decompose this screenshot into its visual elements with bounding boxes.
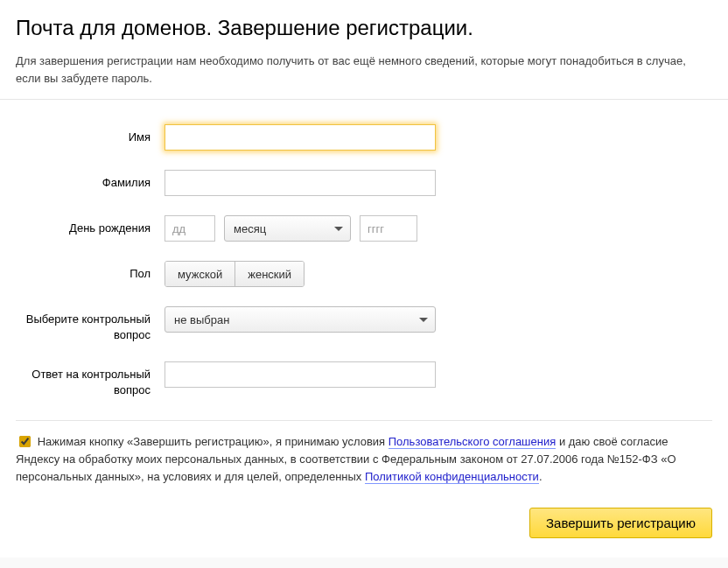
- first-name-label: Имя: [16, 124, 164, 145]
- agreement-text-1: Нажимая кнопку «Завершить регистрацию», …: [38, 435, 388, 448]
- agreement-checkbox[interactable]: [19, 436, 31, 447]
- answer-input[interactable]: [164, 361, 436, 388]
- secret-question-select[interactable]: не выбран: [164, 306, 436, 333]
- registration-form: Имя Фамилия День рождения месяц: [0, 100, 728, 413]
- last-name-input[interactable]: [164, 170, 436, 196]
- privacy-policy-link[interactable]: Политикой конфиденциальности: [365, 470, 539, 484]
- birthday-year-input[interactable]: [360, 215, 417, 242]
- gender-female-button[interactable]: женский: [234, 262, 304, 286]
- page-title: Почта для доменов. Завершение регистраци…: [16, 16, 712, 40]
- answer-label: Ответ на контрольный вопрос: [16, 361, 164, 397]
- birthday-day-input[interactable]: [164, 215, 215, 242]
- birthday-label: День рождения: [16, 215, 164, 236]
- first-name-input[interactable]: [164, 124, 436, 151]
- gender-label: Пол: [16, 261, 164, 282]
- chevron-down-icon: [334, 227, 343, 231]
- chevron-down-icon: [419, 318, 428, 322]
- birthday-month-select[interactable]: месяц: [224, 215, 351, 242]
- divider: [16, 420, 712, 421]
- gender-male-button[interactable]: мужской: [165, 262, 234, 286]
- submit-button[interactable]: Завершить регистрацию: [529, 508, 712, 538]
- agreement-text-3: .: [539, 470, 542, 483]
- user-agreement-link[interactable]: Пользовательского соглашения: [388, 435, 556, 449]
- last-name-label: Фамилия: [16, 170, 164, 191]
- secret-question-label: Выберите контрольный вопрос: [16, 306, 164, 342]
- gender-toggle: мужской женский: [164, 261, 304, 287]
- birthday-month-value: месяц: [234, 222, 266, 235]
- secret-question-value: не выбран: [174, 313, 229, 326]
- agreement-block: Нажимая кнопку «Завершить регистрацию», …: [0, 433, 728, 486]
- intro-text: Для завершения регистрации нам необходим…: [16, 53, 712, 87]
